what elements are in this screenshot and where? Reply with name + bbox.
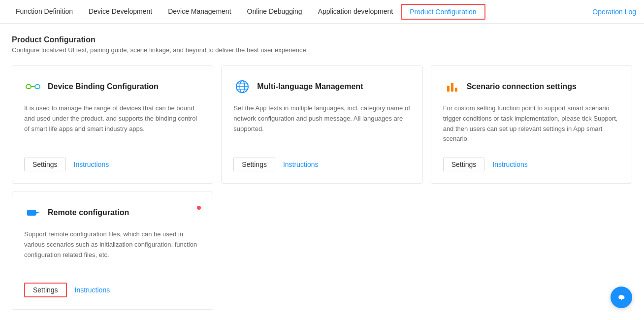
nav-function-definition-label: Function Definition [16,7,73,15]
card-scenario: Scenario connection settings For custom … [431,65,632,184]
svg-rect-1 [35,85,40,89]
scenario-icon [443,78,461,96]
card-device-binding-header: Device Binding Configuration [24,78,201,96]
card-scenario-description: For custom setting function point to sup… [443,103,620,148]
card-multi-language-actions: Settings Instructions [233,158,410,171]
chat-icon [616,292,627,303]
svg-rect-10 [455,88,457,92]
card-scenario-header: Scenario connection settings [443,78,620,96]
nav-product-configuration[interactable]: Product Configuration [401,4,485,20]
device-binding-settings-button[interactable]: Settings [24,158,66,171]
card-multi-language-description: Set the App texts in multiple languages,… [233,103,410,148]
nav-online-debugging[interactable]: Online Debugging [239,0,310,24]
device-binding-instructions-button[interactable]: Instructions [74,160,109,168]
device-binding-icon [24,78,42,96]
nav-device-development-label: Device Development [89,7,152,15]
nav-online-debugging-label: Online Debugging [247,7,302,15]
nav-application-development-label: Application development [318,7,393,15]
page-content: Product Configuration Configure localize… [0,24,644,320]
multi-language-icon [233,78,251,96]
nav-application-development[interactable]: Application development [310,0,401,24]
multi-language-settings-button[interactable]: Settings [233,158,275,171]
svg-rect-11 [27,210,36,216]
card-device-binding: Device Binding Configuration It is used … [12,65,213,184]
support-chat-button[interactable] [611,287,632,308]
nav-device-management-label: Device Management [168,7,231,15]
card-multi-language-title: Multi-language Management [257,82,363,91]
card-remote-config: Remote configuration Support remote conf… [12,192,213,310]
cards-grid-bottom: Remote configuration Support remote conf… [12,192,632,310]
scenario-settings-button[interactable]: Settings [443,158,485,171]
nav-product-configuration-label: Product Configuration [410,8,476,16]
page-title: Product Configuration [12,35,632,44]
svg-rect-8 [447,86,450,92]
nav-function-definition[interactable]: Function Definition [8,0,81,24]
svg-marker-12 [36,212,40,214]
scenario-instructions-button[interactable]: Instructions [492,160,528,168]
remote-config-instructions-button[interactable]: Instructions [75,286,110,294]
card-scenario-title: Scenario connection settings [467,82,577,91]
nav-device-development[interactable]: Device Development [81,0,160,24]
page-subtitle: Configure localized UI text, pairing gui… [12,46,632,54]
card-device-binding-actions: Settings Instructions [24,158,201,171]
card-remote-config-actions: Settings Instructions [24,283,201,297]
nav-operation-log[interactable]: Operation Log [592,8,636,16]
card-device-binding-description: It is used to manage the range of device… [24,103,201,148]
multi-language-instructions-button[interactable]: Instructions [283,160,319,168]
cards-grid-top: Device Binding Configuration It is used … [12,65,632,184]
remote-config-icon [24,204,42,222]
svg-rect-0 [26,85,31,89]
remote-config-settings-button[interactable]: Settings [24,283,67,297]
card-device-binding-title: Device Binding Configuration [48,82,159,91]
card-remote-config-description: Support remote configuration files, whic… [24,229,201,273]
nav-device-management[interactable]: Device Management [160,0,239,24]
card-multi-language: Multi-language Management Set the App te… [221,65,422,184]
svg-rect-9 [451,83,453,92]
notification-dot [197,206,201,210]
top-navigation: Function Definition Device Development D… [0,0,644,24]
card-remote-config-title: Remote configuration [48,208,129,217]
card-multi-language-header: Multi-language Management [233,78,410,96]
card-scenario-actions: Settings Instructions [443,158,620,171]
card-remote-config-header: Remote configuration [24,204,201,222]
